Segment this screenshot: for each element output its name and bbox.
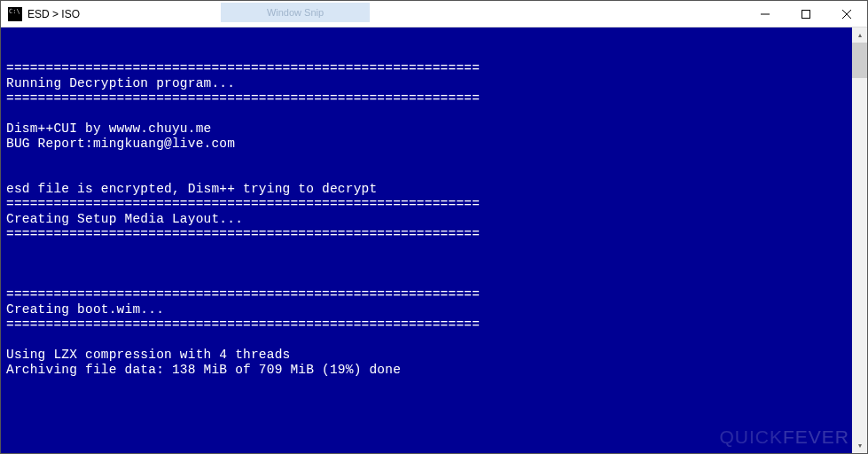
watermark: QUICKFEVER (719, 427, 849, 448)
titlebar: ESD > ISO Window Snip (1, 1, 867, 27)
scroll-up-button[interactable]: ▴ (852, 27, 867, 43)
close-button[interactable] (826, 1, 867, 27)
scroll-thumb[interactable] (852, 43, 867, 78)
window-controls (745, 1, 867, 27)
cmd-icon (8, 7, 22, 21)
window-title: ESD > ISO (27, 8, 80, 20)
console-output: ========================================… (1, 27, 852, 453)
scrollbar[interactable]: ▴ ▾ (852, 27, 867, 453)
watermark-bold: FEVER (783, 427, 849, 447)
console-area: ========================================… (1, 27, 867, 453)
scroll-down-button[interactable]: ▾ (852, 438, 867, 453)
ghost-tab: Window Snip (221, 3, 370, 22)
minimize-button[interactable] (745, 1, 786, 27)
svg-rect-1 (802, 11, 810, 19)
watermark-light: QUICK (719, 427, 783, 447)
maximize-button[interactable] (786, 1, 826, 27)
